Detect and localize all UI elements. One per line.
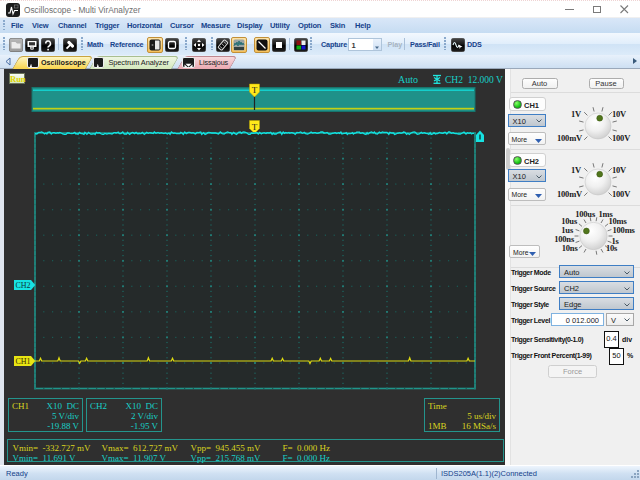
svg-text:T: T	[252, 85, 258, 95]
svg-text:CH2: CH2	[16, 281, 31, 290]
svg-text:T: T	[252, 122, 258, 132]
svg-text:CH1: CH1	[16, 357, 31, 366]
